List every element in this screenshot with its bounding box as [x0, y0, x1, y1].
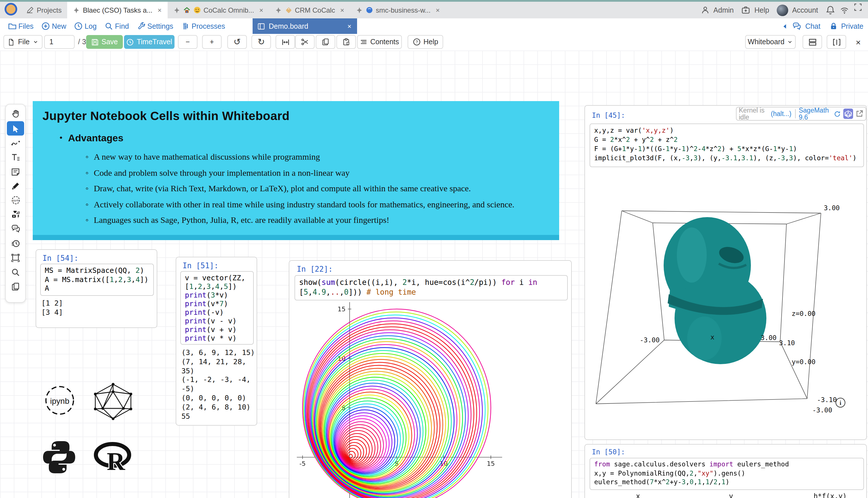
split-vertical-button[interactable]	[827, 35, 846, 49]
note-bottom-edge	[33, 235, 559, 240]
zoom-out-button[interactable]: −	[178, 35, 198, 49]
project-bar-right: Chat Private	[781, 22, 868, 31]
python-logo-image[interactable]	[40, 439, 78, 476]
external-link-icon[interactable]	[855, 110, 864, 118]
jupyter-cell-54[interactable]: In [54]: MS = MatrixSpace(QQ, 2)A = MS.m…	[36, 249, 157, 328]
blue-orb-icon	[365, 6, 373, 14]
project-nav-bar: Files New Log Find Settings Processes De…	[0, 18, 868, 35]
jupyter-cell-tool[interactable]: ipynb	[7, 193, 24, 207]
pen-tool[interactable]	[7, 179, 24, 193]
avatar[interactable]	[777, 4, 788, 16]
kernel-name-link[interactable]: SageMath 9.6	[799, 107, 831, 121]
media-tool[interactable]	[7, 207, 24, 222]
sparkle-icon	[73, 6, 80, 13]
sticky-note[interactable]: Jupyter Notebook Cells within Whiteboard…	[33, 101, 559, 240]
close-frame-button[interactable]: ×	[851, 35, 866, 49]
timer-tool[interactable]	[7, 236, 24, 250]
close-icon[interactable]: ×	[340, 6, 344, 14]
page-number-input[interactable]: 1	[44, 35, 74, 49]
whiteboard-toolbar: File 1 / 3 Save TimeTravel − + ↺ ↻	[0, 34, 868, 51]
svg-text:ipynb: ipynb	[50, 397, 69, 406]
close-icon[interactable]: ×	[158, 6, 162, 14]
paste-button	[336, 35, 356, 49]
cell-input-label: In [54]:	[42, 254, 78, 262]
cell-input-label: In [22]:	[297, 265, 333, 273]
processes-icon	[181, 22, 190, 30]
ipynb-logo-image[interactable]: ipynb	[44, 384, 76, 417]
cocalc-logo[interactable]	[4, 3, 17, 15]
hand-tool[interactable]	[7, 107, 24, 121]
cell-code[interactable]: from sage.calculus.desolvers import eule…	[589, 458, 864, 490]
jupyter-cell-50[interactable]: In [50]: from sage.calculus.desolvers im…	[584, 444, 867, 498]
polyhedron-image[interactable]	[92, 382, 134, 420]
bell-icon[interactable]	[826, 5, 835, 15]
wifi-icon[interactable]	[839, 5, 850, 15]
jupyter-cell-51[interactable]: In [51]: v = vector(ZZ,[1,2,3,4,5])print…	[176, 257, 257, 425]
note-tool[interactable]	[7, 164, 24, 179]
sparkle-icon	[275, 6, 282, 13]
cut-button[interactable]	[295, 35, 315, 49]
contents-button[interactable]: Contents	[357, 35, 402, 49]
nav-settings[interactable]: Settings	[137, 22, 173, 30]
kernel-halt-link[interactable]: (halt...)	[771, 110, 792, 117]
tab-crm-cocalc[interactable]: CRM CoCalc ×	[269, 2, 350, 18]
undo-button[interactable]: ↺	[227, 35, 247, 49]
chat-link[interactable]: Chat	[805, 22, 820, 30]
edge-tool[interactable]	[7, 135, 24, 150]
sparkle-icon	[173, 6, 180, 13]
split-horizontal-button[interactable]	[802, 35, 822, 49]
tab-blaec-tasks[interactable]: Blaec (CSO) Tasks a... ×	[67, 2, 167, 18]
refresh-icon[interactable]	[833, 110, 841, 117]
svg-text:ipynb: ipynb	[13, 199, 19, 202]
svg-text:3.00: 3.00	[824, 204, 840, 212]
whiteboard-insert-button[interactable]	[843, 108, 853, 119]
pages-tool[interactable]	[7, 279, 24, 293]
wrench-icon	[137, 22, 146, 30]
help-link[interactable]: Help	[754, 6, 769, 14]
frame-tool[interactable]	[7, 250, 24, 265]
file-tab-demo-board[interactable]: Demo.board ×	[253, 18, 357, 34]
account-link[interactable]: Account	[792, 6, 818, 14]
file-menu-button[interactable]: File	[3, 35, 42, 49]
collapse-left-icon[interactable]	[781, 23, 788, 29]
cell-code[interactable]: MS = MatrixSpace(QQ, 2)A = MS.matrix([1,…	[40, 264, 154, 296]
nav-log[interactable]: Log	[74, 22, 97, 30]
tab-projects[interactable]: Projects	[21, 2, 67, 18]
tab-smc-business[interactable]: smc-business-w... ×	[350, 2, 446, 18]
timetravel-button[interactable]: TimeTravel	[124, 35, 175, 49]
fullscreen-icon[interactable]	[854, 3, 862, 12]
help-button[interactable]: ? Help	[408, 35, 443, 49]
private-link[interactable]: Private	[841, 22, 864, 30]
search-tool[interactable]	[7, 265, 24, 279]
fit-width-button[interactable]	[275, 35, 295, 49]
select-tool[interactable]	[7, 121, 24, 135]
jupyter-cell-22[interactable]: In [22]: show(sum(circle((i,i), 2*i, hue…	[289, 260, 572, 498]
nav-processes[interactable]: Processes	[181, 22, 225, 30]
zoom-in-button[interactable]: +	[202, 35, 221, 49]
cell-code[interactable]: v = vector(ZZ,[1,2,3,4,5])print(3*v)prin…	[180, 271, 254, 345]
close-icon[interactable]: ×	[436, 6, 440, 14]
cell-code[interactable]: x,y,z = var('x,y,z')G = 2*x^2 + y^2 + z^…	[589, 123, 864, 167]
info-icon[interactable]: i	[836, 398, 845, 407]
floppy-icon	[91, 38, 99, 46]
frame-type-dropdown[interactable]: Whiteboard	[745, 35, 796, 49]
search-icon	[105, 22, 113, 30]
save-button[interactable]: Save	[86, 35, 123, 49]
nav-files[interactable]: Files	[8, 22, 33, 30]
redo-button[interactable]: ↻	[252, 35, 271, 49]
svg-text:z=0.00: z=0.00	[792, 310, 815, 317]
whiteboard-canvas[interactable]: ipynb Jupyter Notebook Cells within Whit…	[0, 51, 868, 498]
close-icon[interactable]: ×	[259, 6, 263, 14]
copy-button[interactable]	[316, 35, 335, 49]
nav-new[interactable]: New	[42, 22, 66, 30]
cell-code[interactable]: show(sum(circle((i,i), 2*i, hue=cos(i^2/…	[295, 275, 568, 300]
nav-find[interactable]: Find	[105, 22, 129, 30]
tab-cocalc-omnibus[interactable]: CoCalc Omnib... ×	[167, 2, 269, 18]
chat-tool[interactable]	[7, 222, 24, 236]
r-logo-image[interactable]: R	[93, 441, 134, 473]
jupyter-cell-45[interactable]: In [45]: x,y,z = var('x,y,z')G = 2*x^2 +…	[584, 105, 867, 440]
close-icon[interactable]: ×	[347, 22, 351, 30]
text-tool[interactable]	[7, 150, 24, 164]
admin-link[interactable]: Admin	[713, 6, 734, 14]
svg-text:15: 15	[487, 460, 495, 467]
